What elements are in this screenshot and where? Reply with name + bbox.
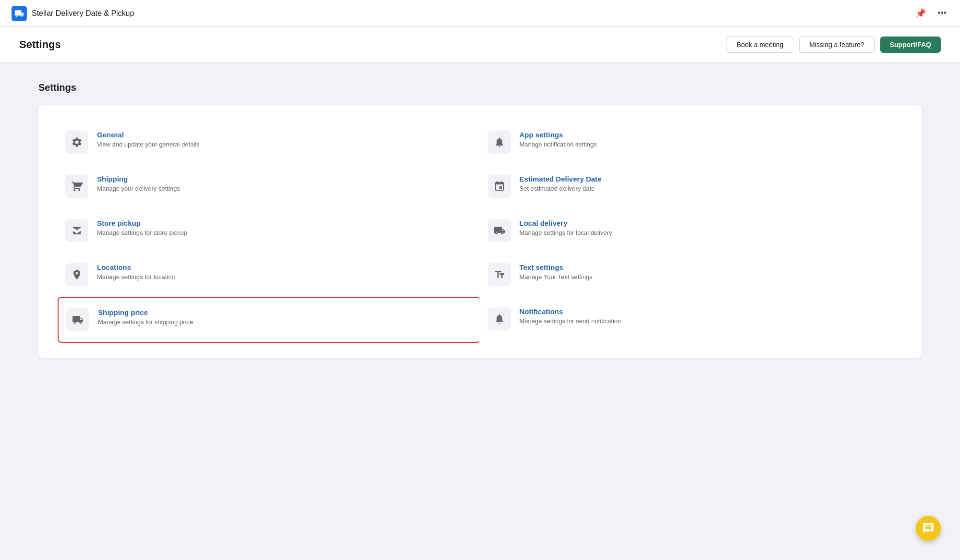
settings-item-estimated-delivery[interactable]: Estimated Delivery Date Set estimated de…: [480, 164, 903, 208]
shipping-dollar-icon: $: [72, 314, 84, 326]
app-settings-desc: Manage notification settings: [520, 141, 895, 148]
missing-feature-button[interactable]: Missing a feature?: [799, 37, 874, 53]
shipping-text: Shipping Manage your delivery settings: [97, 175, 472, 192]
topbar: Stellar Delivery Date & Pickup 📌 •••: [0, 0, 960, 27]
text-settings-icon-wrap: [488, 263, 511, 286]
settings-item-store-pickup[interactable]: Store pickup Manage settings for store p…: [58, 208, 480, 253]
store-pickup-title: Store pickup: [97, 219, 472, 227]
text-settings-text: Text settings Manage Your Text settings: [520, 263, 895, 280]
main-content: Settings General View and update your ge…: [0, 63, 960, 377]
local-delivery-icon-wrap: [488, 219, 511, 242]
store-pickup-text: Store pickup Manage settings for store p…: [97, 219, 472, 236]
header-actions: Book a meeting Missing a feature? Suppor…: [727, 37, 941, 53]
topbar-left: Stellar Delivery Date & Pickup: [12, 6, 134, 21]
bell-icon: [494, 136, 505, 148]
settings-card: General View and update your general det…: [38, 105, 922, 358]
shipping-icon-wrap: [65, 175, 88, 198]
shipping-price-title: Shipping price: [98, 308, 472, 317]
chat-icon: [922, 522, 935, 535]
app-title: Stellar Delivery Date & Pickup: [32, 9, 134, 18]
estimated-delivery-title: Estimated Delivery Date: [520, 175, 895, 183]
app-settings-title: App settings: [520, 131, 895, 139]
store-icon: [71, 225, 83, 236]
chat-bubble[interactable]: [916, 516, 941, 541]
locations-icon-wrap: [65, 263, 88, 286]
shipping-price-desc: Manage settings for shipping price: [98, 318, 472, 326]
settings-section-title: Settings: [38, 82, 922, 93]
header-bar: Settings Book a meeting Missing a featur…: [0, 27, 960, 63]
estimated-delivery-icon-wrap: [488, 175, 511, 198]
locations-title: Locations: [97, 263, 472, 271]
calendar-icon: [494, 181, 505, 192]
locations-text: Locations Manage settings for location: [97, 263, 472, 280]
settings-item-notifications[interactable]: Notifications Manage settings for send n…: [480, 297, 903, 343]
settings-grid: General View and update your general det…: [58, 120, 902, 343]
pin-button[interactable]: 📌: [913, 6, 928, 21]
notifications-desc: Manage settings for send notification: [520, 317, 895, 325]
local-delivery-title: Local delivery: [520, 219, 895, 227]
app-settings-text: App settings Manage notification setting…: [520, 131, 895, 148]
estimated-delivery-desc: Set estimated delivery date: [520, 185, 895, 192]
more-options-button[interactable]: •••: [936, 6, 948, 20]
notifications-bell-icon: [494, 313, 505, 325]
page-title: Settings: [19, 38, 61, 51]
shipping-desc: Manage your delivery settings: [97, 185, 472, 192]
text-icon: [494, 269, 505, 280]
shipping-title: Shipping: [97, 175, 472, 183]
settings-item-shipping-price[interactable]: $ Shipping price Manage settings for shi…: [58, 297, 480, 343]
gear-icon: [71, 136, 83, 148]
settings-item-general[interactable]: General View and update your general det…: [58, 120, 480, 164]
locations-desc: Manage settings for location: [97, 273, 472, 280]
shipping-price-text: Shipping price Manage settings for shipp…: [98, 308, 472, 326]
app-settings-icon-wrap: [488, 131, 511, 154]
app-icon: [12, 6, 27, 21]
text-settings-title: Text settings: [520, 263, 895, 271]
general-title: General: [97, 131, 472, 139]
topbar-right: 📌 •••: [913, 6, 948, 21]
general-icon-wrap: [65, 131, 88, 154]
text-settings-desc: Manage Your Text settings: [520, 273, 895, 280]
settings-item-local-delivery[interactable]: Local delivery Manage settings for local…: [480, 208, 903, 253]
cart-icon: [71, 181, 83, 192]
settings-item-app-settings[interactable]: App settings Manage notification setting…: [480, 120, 903, 164]
settings-item-locations[interactable]: Locations Manage settings for location: [58, 253, 480, 297]
general-desc: View and update your general details: [97, 141, 472, 148]
general-text: General View and update your general det…: [97, 131, 472, 148]
store-pickup-desc: Manage settings for store pickup: [97, 229, 472, 236]
notifications-icon-wrap: [488, 307, 511, 330]
settings-item-shipping[interactable]: Shipping Manage your delivery settings: [58, 164, 480, 208]
store-pickup-icon-wrap: [65, 219, 88, 242]
truck-icon: [494, 225, 505, 236]
estimated-delivery-text: Estimated Delivery Date Set estimated de…: [520, 175, 895, 192]
settings-item-text-settings[interactable]: Text settings Manage Your Text settings: [480, 253, 903, 297]
local-delivery-desc: Manage settings for local delivery: [520, 229, 895, 236]
shipping-price-icon-wrap: $: [66, 308, 89, 331]
book-meeting-button[interactable]: Book a meeting: [727, 37, 793, 53]
support-faq-button[interactable]: Support/FAQ: [880, 37, 941, 53]
local-delivery-text: Local delivery Manage settings for local…: [520, 219, 895, 236]
notifications-text: Notifications Manage settings for send n…: [520, 307, 895, 325]
notifications-title: Notifications: [520, 307, 895, 316]
pin-icon: [71, 269, 83, 280]
